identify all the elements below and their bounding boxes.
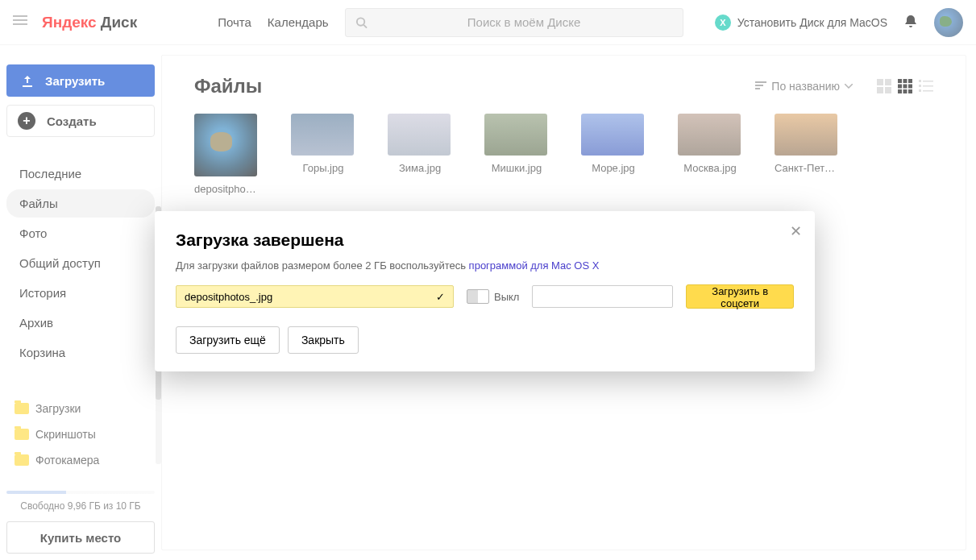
share-social-button[interactable]: Загрузить в соцсети — [686, 284, 794, 309]
modal-subtitle: Для загрузки файлов размером более 2 ГБ … — [176, 259, 794, 272]
uploaded-file-name: depositphotos_.jpg — [185, 291, 272, 303]
toggle-label: Выкл — [494, 291, 519, 303]
close-button[interactable]: Закрыть — [288, 326, 359, 354]
macos-app-link[interactable]: программой для Mac OS X — [469, 259, 600, 272]
share-toggle[interactable]: Выкл — [467, 289, 519, 304]
share-link-field[interactable] — [532, 285, 673, 308]
uploaded-file-field[interactable]: depositphotos_.jpg ✓ — [176, 285, 454, 308]
upload-more-button[interactable]: Загрузить ещё — [176, 326, 280, 354]
modal-title: Загрузка завершена — [176, 230, 794, 250]
upload-complete-modal: ✕ Загрузка завершена Для загрузки файлов… — [155, 211, 815, 371]
toggle-switch-icon — [467, 289, 489, 304]
modal-row: depositphotos_.jpg ✓ Выкл Загрузить в со… — [176, 284, 794, 309]
modal-actions: Загрузить ещё Закрыть — [176, 326, 794, 354]
check-icon: ✓ — [436, 291, 445, 303]
close-icon[interactable]: ✕ — [790, 222, 802, 240]
